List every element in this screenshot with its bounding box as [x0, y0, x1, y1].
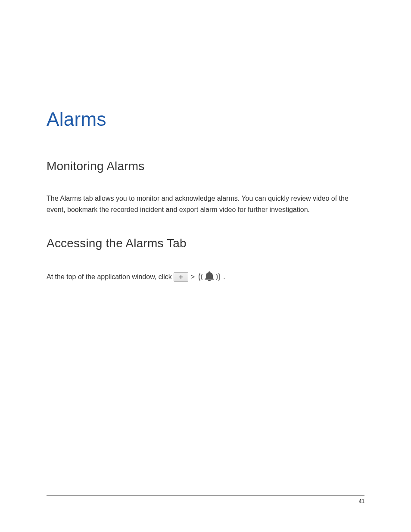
section-heading-monitoring: Monitoring Alarms [47, 159, 364, 173]
paragraph-monitoring: The Alarms tab allows you to monitor and… [47, 193, 364, 216]
page-footer: 41 [47, 495, 364, 504]
paragraph-accessing: At the top of the application window, cl… [47, 270, 364, 284]
svg-point-0 [209, 271, 210, 273]
accessing-lead-text: At the top of the application window, cl… [47, 273, 172, 281]
accessing-trail-text: . [223, 273, 225, 281]
document-page: Alarms Monitoring Alarms The Alarms tab … [0, 0, 411, 532]
plus-icon: + [174, 272, 188, 282]
page-title: Alarms [47, 0, 364, 130]
page-number: 41 [359, 498, 364, 504]
alarm-bell-icon [197, 270, 221, 284]
separator-chevron: > [190, 273, 196, 281]
section-heading-accessing: Accessing the Alarms Tab [47, 236, 364, 250]
